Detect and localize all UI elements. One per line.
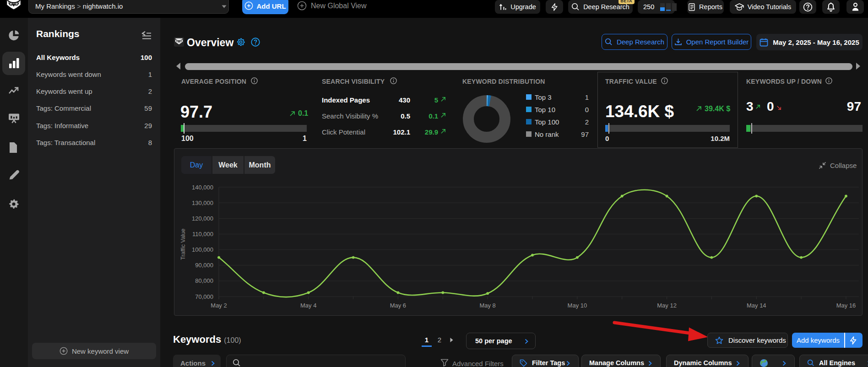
svg-text:May 10: May 10 — [568, 302, 587, 309]
svg-text:May 4: May 4 — [300, 302, 316, 309]
svg-text:May 12: May 12 — [657, 302, 677, 309]
svg-text:May 2: May 2 — [211, 302, 227, 309]
svg-text:140,000: 140,000 — [192, 184, 213, 191]
svg-text:May 16: May 16 — [836, 302, 856, 309]
svg-text:130,000: 130,000 — [192, 200, 213, 206]
svg-text:70,000: 70,000 — [195, 293, 213, 300]
svg-text:100,000: 100,000 — [192, 246, 213, 253]
svg-text:80,000: 80,000 — [195, 277, 213, 284]
svg-text:Traffic Value: Traffic Value — [180, 228, 186, 260]
svg-text:May 6: May 6 — [390, 302, 406, 309]
svg-text:120,000: 120,000 — [192, 215, 213, 222]
svg-text:May 14: May 14 — [747, 302, 766, 309]
svg-text:90,000: 90,000 — [195, 262, 213, 269]
svg-text:110,000: 110,000 — [192, 231, 213, 237]
svg-text:May 8: May 8 — [479, 302, 495, 309]
